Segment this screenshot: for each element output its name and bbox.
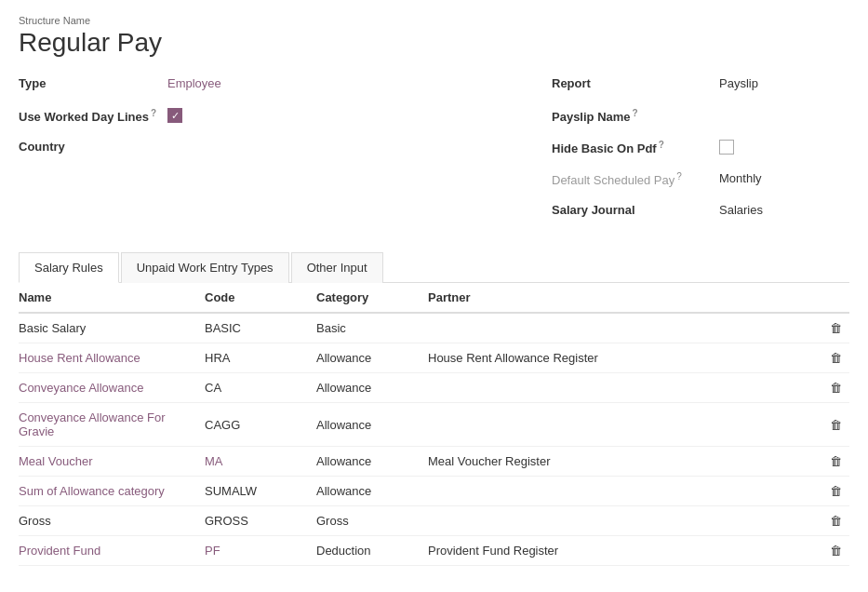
col-header-name: Name [19, 283, 205, 313]
cell-delete[interactable]: 🗑 [812, 403, 849, 447]
cell-name[interactable]: Conveyance Allowance For Gravie [19, 403, 205, 447]
cell-delete[interactable]: 🗑 [812, 536, 849, 566]
table-row: Basic SalaryBASICBasic🗑 [19, 313, 849, 343]
cell-code: HRA [205, 343, 316, 373]
cell-partner [428, 373, 812, 403]
cell-code: BASIC [205, 313, 316, 343]
cell-partner [428, 506, 812, 536]
cell-category: Allowance [316, 447, 428, 477]
report-label: Report [552, 74, 719, 90]
tab-other-input[interactable]: Other Input [291, 252, 383, 283]
cell-delete[interactable]: 🗑 [812, 373, 849, 403]
cell-delete[interactable]: 🗑 [812, 447, 849, 477]
cell-code: GROSS [205, 506, 316, 536]
col-header-actions [812, 283, 849, 313]
cell-partner: House Rent Allowance Register [428, 343, 812, 373]
salary-journal-row: Salary Journal Salaries [552, 201, 849, 223]
cell-code: SUMALW [205, 477, 316, 506]
default-scheduled-row: Default Scheduled Pay? Monthly [552, 169, 849, 192]
table-row: Sum of Allowance categorySUMALWAllowance… [19, 477, 849, 506]
form-right: Report Payslip Payslip Name? Hide Basic … [552, 74, 849, 233]
cell-name: Basic Salary [19, 313, 205, 343]
cell-delete[interactable]: 🗑 [812, 343, 849, 373]
cell-partner [428, 313, 812, 343]
report-value: Payslip [719, 74, 758, 90]
col-header-partner: Partner [428, 283, 812, 313]
payslip-name-row: Payslip Name? [552, 106, 849, 128]
page-title: Regular Pay [19, 28, 849, 58]
cell-category: Allowance [316, 373, 428, 403]
cell-delete[interactable]: 🗑 [812, 506, 849, 536]
type-row: Type Employee [19, 74, 552, 97]
cell-category: Basic [316, 313, 428, 343]
hide-basic-checkbox[interactable] [719, 140, 734, 155]
default-scheduled-value[interactable]: Monthly [719, 169, 762, 185]
structure-name-label: Structure Name [19, 15, 849, 26]
cell-category: Allowance [316, 403, 428, 447]
table-header-row: Name Code Category Partner [19, 283, 849, 313]
cell-code: CA [205, 373, 316, 403]
hide-basic-row: Hide Basic On Pdf? [552, 138, 849, 160]
default-scheduled-label: Default Scheduled Pay? [552, 169, 719, 187]
cell-name[interactable]: House Rent Allowance [19, 343, 205, 373]
salary-journal-value[interactable]: Salaries [719, 201, 763, 217]
worked-day-label: Use Worked Day Lines? [19, 106, 167, 124]
country-row: Country [19, 138, 552, 160]
cell-code[interactable]: PF [205, 536, 316, 566]
table-row: Conveyance Allowance For GravieCAGGAllow… [19, 403, 849, 447]
salary-rules-table: Name Code Category Partner Basic SalaryB… [19, 283, 849, 566]
table-row: House Rent AllowanceHRAAllowanceHouse Re… [19, 343, 849, 373]
table-row: Conveyance AllowanceCAAllowance🗑 [19, 373, 849, 403]
form-left: Type Employee Use Worked Day Lines? ✓ Co… [19, 74, 552, 233]
tabs-container: Salary Rules Unpaid Work Entry Types Oth… [19, 251, 849, 283]
worked-day-row: Use Worked Day Lines? ✓ [19, 106, 552, 128]
cell-partner: Meal Voucher Register [428, 447, 812, 477]
cell-category: Allowance [316, 343, 428, 373]
cell-code[interactable]: MA [205, 447, 316, 477]
cell-code: CAGG [205, 403, 316, 447]
salary-journal-label: Salary Journal [552, 201, 719, 217]
cell-partner [428, 403, 812, 447]
worked-day-checkbox[interactable]: ✓ [167, 108, 182, 123]
cell-partner [428, 477, 812, 506]
payslip-name-label: Payslip Name? [552, 106, 719, 124]
col-header-code: Code [205, 283, 316, 313]
table-row: Meal VoucherMAAllowanceMeal Voucher Regi… [19, 447, 849, 477]
col-header-category: Category [316, 283, 428, 313]
cell-category: Gross [316, 506, 428, 536]
cell-name: Gross [19, 506, 205, 536]
cell-name[interactable]: Meal Voucher [19, 447, 205, 477]
form-section: Type Employee Use Worked Day Lines? ✓ Co… [19, 74, 849, 233]
cell-name[interactable]: Conveyance Allowance [19, 373, 205, 403]
hide-basic-label: Hide Basic On Pdf? [552, 138, 719, 155]
type-value[interactable]: Employee [167, 74, 221, 90]
cell-name[interactable]: Provident Fund [19, 536, 205, 566]
country-label: Country [19, 138, 167, 154]
cell-delete[interactable]: 🗑 [812, 477, 849, 506]
tab-unpaid-work[interactable]: Unpaid Work Entry Types [121, 252, 289, 283]
table-row: GrossGROSSGross🗑 [19, 506, 849, 536]
table-row: Provident FundPFDeductionProvident Fund … [19, 536, 849, 566]
cell-partner: Provident Fund Register [428, 536, 812, 566]
cell-delete[interactable]: 🗑 [812, 313, 849, 343]
report-row: Report Payslip [552, 74, 849, 97]
tab-salary-rules[interactable]: Salary Rules [19, 252, 119, 283]
cell-name[interactable]: Sum of Allowance category [19, 477, 205, 506]
cell-category: Allowance [316, 477, 428, 506]
cell-category: Deduction [316, 536, 428, 566]
type-label: Type [19, 74, 167, 90]
